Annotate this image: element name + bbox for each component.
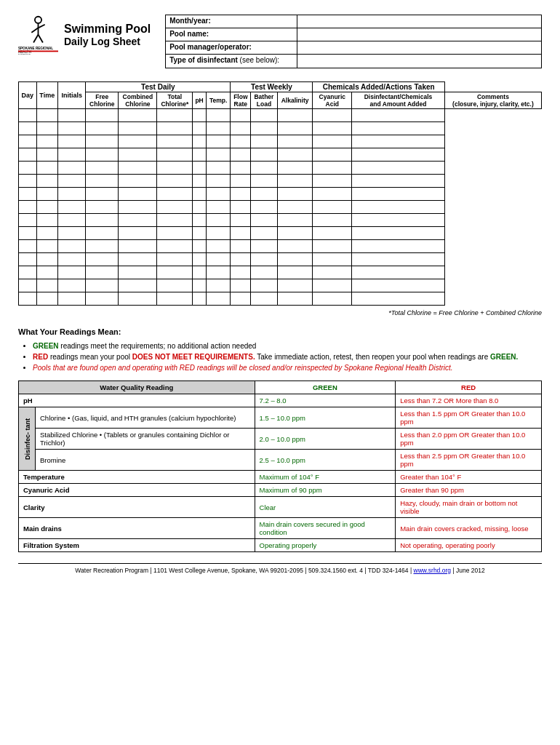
table-cell[interactable] xyxy=(86,175,119,188)
table-cell[interactable] xyxy=(206,201,231,214)
table-cell[interactable] xyxy=(36,135,57,148)
table-cell[interactable] xyxy=(86,227,119,240)
table-cell[interactable] xyxy=(36,292,57,306)
table-cell[interactable] xyxy=(119,240,157,253)
table-cell[interactable] xyxy=(86,266,119,279)
table-cell[interactable] xyxy=(206,162,231,175)
table-cell[interactable] xyxy=(231,240,251,253)
table-cell[interactable] xyxy=(157,162,193,175)
table-cell[interactable] xyxy=(86,240,119,253)
table-cell[interactable] xyxy=(231,122,251,135)
table-cell[interactable] xyxy=(352,292,445,306)
table-cell[interactable] xyxy=(193,214,207,227)
table-cell[interactable] xyxy=(277,201,313,214)
table-cell[interactable] xyxy=(58,227,86,240)
table-cell[interactable] xyxy=(58,279,86,292)
table-row[interactable] xyxy=(19,240,542,253)
table-cell[interactable] xyxy=(36,227,57,240)
table-cell[interactable] xyxy=(19,175,37,188)
table-cell[interactable] xyxy=(251,292,277,306)
table-cell[interactable] xyxy=(251,279,277,292)
table-row[interactable] xyxy=(19,109,542,122)
table-cell[interactable] xyxy=(277,175,313,188)
table-cell[interactable] xyxy=(231,109,251,122)
table-cell[interactable] xyxy=(58,148,86,162)
table-cell[interactable] xyxy=(251,148,277,162)
table-cell[interactable] xyxy=(231,162,251,175)
table-cell[interactable] xyxy=(313,201,352,214)
table-cell[interactable] xyxy=(206,148,231,162)
table-row[interactable] xyxy=(19,253,542,266)
table-cell[interactable] xyxy=(313,188,352,201)
table-cell[interactable] xyxy=(206,122,231,135)
table-cell[interactable] xyxy=(119,122,157,135)
table-cell[interactable] xyxy=(352,201,445,214)
table-cell[interactable] xyxy=(352,240,445,253)
table-cell[interactable] xyxy=(206,227,231,240)
table-cell[interactable] xyxy=(277,214,313,227)
table-cell[interactable] xyxy=(352,148,445,162)
manager-value[interactable] xyxy=(297,41,541,54)
table-cell[interactable] xyxy=(58,201,86,214)
table-cell[interactable] xyxy=(313,175,352,188)
table-cell[interactable] xyxy=(58,266,86,279)
table-cell[interactable] xyxy=(206,175,231,188)
table-cell[interactable] xyxy=(19,162,37,175)
table-cell[interactable] xyxy=(313,279,352,292)
table-cell[interactable] xyxy=(313,253,352,266)
table-cell[interactable] xyxy=(36,201,57,214)
table-cell[interactable] xyxy=(19,188,37,201)
table-cell[interactable] xyxy=(231,201,251,214)
table-cell[interactable] xyxy=(157,214,193,227)
table-cell[interactable] xyxy=(206,188,231,201)
table-cell[interactable] xyxy=(277,279,313,292)
table-cell[interactable] xyxy=(352,162,445,175)
table-cell[interactable] xyxy=(193,227,207,240)
table-cell[interactable] xyxy=(86,109,119,122)
table-cell[interactable] xyxy=(352,175,445,188)
table-cell[interactable] xyxy=(119,214,157,227)
table-cell[interactable] xyxy=(193,175,207,188)
table-cell[interactable] xyxy=(157,188,193,201)
table-cell[interactable] xyxy=(36,162,57,175)
table-cell[interactable] xyxy=(58,135,86,148)
table-cell[interactable] xyxy=(251,240,277,253)
table-row[interactable] xyxy=(19,188,542,201)
table-cell[interactable] xyxy=(206,279,231,292)
table-cell[interactable] xyxy=(231,175,251,188)
table-cell[interactable] xyxy=(231,279,251,292)
table-cell[interactable] xyxy=(119,135,157,148)
table-cell[interactable] xyxy=(36,214,57,227)
table-cell[interactable] xyxy=(313,135,352,148)
table-cell[interactable] xyxy=(86,253,119,266)
table-cell[interactable] xyxy=(277,266,313,279)
table-cell[interactable] xyxy=(157,240,193,253)
table-cell[interactable] xyxy=(352,135,445,148)
table-cell[interactable] xyxy=(119,109,157,122)
table-cell[interactable] xyxy=(193,240,207,253)
table-cell[interactable] xyxy=(86,122,119,135)
table-cell[interactable] xyxy=(193,109,207,122)
table-cell[interactable] xyxy=(231,227,251,240)
table-cell[interactable] xyxy=(206,253,231,266)
table-cell[interactable] xyxy=(36,122,57,135)
table-row[interactable] xyxy=(19,214,542,227)
table-cell[interactable] xyxy=(251,109,277,122)
table-cell[interactable] xyxy=(19,253,37,266)
table-cell[interactable] xyxy=(19,122,37,135)
table-cell[interactable] xyxy=(119,162,157,175)
table-cell[interactable] xyxy=(157,122,193,135)
table-cell[interactable] xyxy=(251,201,277,214)
month-value[interactable] xyxy=(297,15,541,28)
table-cell[interactable] xyxy=(119,253,157,266)
table-row[interactable] xyxy=(19,162,542,175)
table-cell[interactable] xyxy=(313,292,352,306)
table-cell[interactable] xyxy=(313,240,352,253)
table-cell[interactable] xyxy=(36,253,57,266)
table-cell[interactable] xyxy=(58,292,86,306)
table-cell[interactable] xyxy=(157,292,193,306)
table-cell[interactable] xyxy=(352,109,445,122)
table-cell[interactable] xyxy=(193,201,207,214)
table-cell[interactable] xyxy=(58,214,86,227)
table-cell[interactable] xyxy=(193,122,207,135)
